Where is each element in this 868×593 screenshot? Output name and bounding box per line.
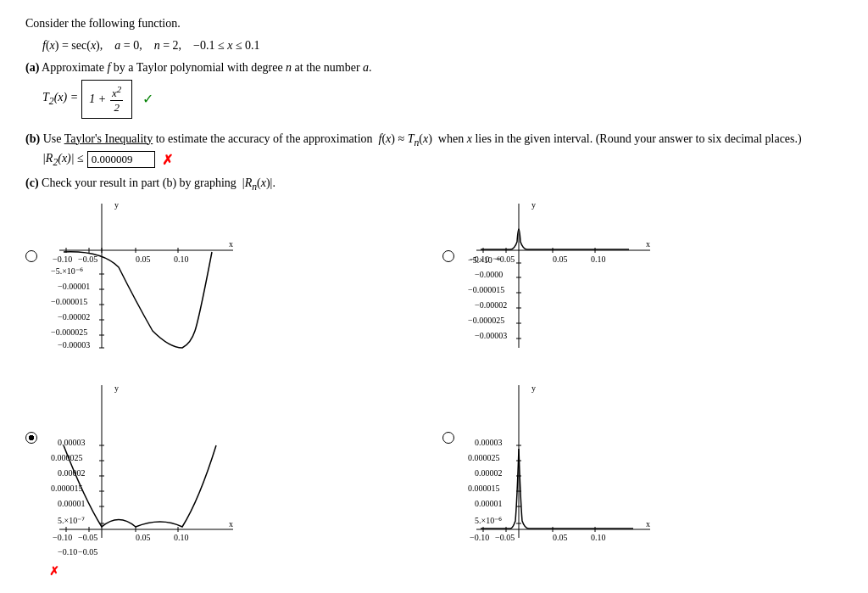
svg-text:−0.05: −0.05: [78, 547, 97, 557]
graph3-red-x[interactable]: ✗: [49, 565, 59, 578]
svg-text:−0.05: −0.05: [495, 533, 515, 542]
graph4-radio[interactable]: [442, 432, 454, 444]
svg-text:−0.00003: −0.00003: [475, 331, 507, 340]
svg-text:−0.000025: −0.000025: [51, 327, 87, 337]
svg-text:−0.05: −0.05: [78, 533, 97, 542]
checkmark-icon: ✓: [142, 91, 153, 107]
svg-text:−0.10: −0.10: [470, 533, 489, 542]
graph4: y x 5.×10⁻⁶ 0.00001 0.000015 0.00002 0.0…: [459, 381, 654, 562]
svg-text:0.10: 0.10: [174, 533, 189, 542]
function-def: f(x) = sec(x), a = 0, n = 2, −0.1 ≤ x ≤ …: [42, 39, 843, 53]
svg-text:0.10: 0.10: [174, 255, 189, 264]
inequality-label: |R2(x)| ≤: [42, 152, 84, 168]
graph1-wrapper: y x −0.10 −0.05 0.05 0.10 −5.×: [25, 199, 426, 372]
svg-text:−0.05: −0.05: [78, 255, 97, 264]
svg-text:−0.00002: −0.00002: [475, 300, 507, 310]
svg-text:−0.00003: −0.00003: [58, 340, 90, 350]
graphs-container: y x −0.10 −0.05 0.05 0.10 −5.×: [25, 199, 843, 579]
svg-text:0.00002: 0.00002: [58, 468, 86, 478]
inequality-answer-input[interactable]: [87, 151, 155, 168]
intro-text: Consider the following function.: [25, 17, 843, 31]
svg-text:−0.00002: −0.00002: [58, 312, 90, 322]
svg-text:0.05: 0.05: [136, 255, 151, 264]
wrong-answer-icon[interactable]: ✗: [162, 152, 173, 168]
svg-text:−0.00001: −0.00001: [58, 282, 90, 291]
svg-text:5.×10⁻⁷: 5.×10⁻⁷: [58, 516, 85, 525]
svg-text:−5.×10⁻⁶: −5.×10⁻⁶: [468, 255, 500, 265]
svg-text:0.05: 0.05: [136, 533, 151, 542]
svg-text:0.05: 0.05: [553, 533, 568, 542]
svg-text:0.00002: 0.00002: [475, 468, 503, 478]
svg-text:−0.10: −0.10: [58, 547, 77, 557]
graph3-radio[interactable]: [25, 432, 37, 444]
svg-text:x: x: [646, 519, 650, 529]
svg-text:y: y: [531, 200, 536, 210]
graph4-wrapper: y x 5.×10⁻⁶ 0.00001 0.000015 0.00002 0.0…: [442, 381, 843, 579]
svg-text:0.00003: 0.00003: [475, 438, 503, 447]
part-c-text: (c) Check your result in part (b) by gra…: [25, 176, 843, 193]
svg-text:0.10: 0.10: [591, 255, 606, 264]
graph3: y x 5.×10⁻⁷ 0.00001 0.000015 0.00002 0.0…: [42, 381, 237, 579]
formula-answer-box: 1 + x2 2: [81, 80, 132, 119]
svg-text:−0.000025: −0.000025: [468, 316, 504, 325]
svg-text:0.00001: 0.00001: [58, 499, 86, 508]
svg-text:−0.10: −0.10: [53, 255, 72, 264]
svg-text:x: x: [229, 519, 233, 529]
svg-text:x: x: [229, 239, 233, 249]
svg-text:y: y: [114, 383, 119, 393]
part-a-text: (a) Approximate f by a Taylor polynomial…: [25, 61, 843, 75]
formula-container: T2(x) = 1 + x2 2 ✓: [42, 80, 153, 119]
graph2: y x −0.10 −0.05 0.05 0.10 −5.×10⁻⁶ −0.00…: [459, 199, 654, 372]
svg-text:0.000015: 0.000015: [51, 484, 83, 493]
svg-text:0.00003: 0.00003: [58, 438, 86, 447]
svg-text:0.10: 0.10: [591, 533, 606, 542]
svg-text:−0.000015: −0.000015: [468, 285, 504, 294]
formula-label: T2(x) =: [42, 91, 78, 107]
svg-text:5.×10⁻⁶: 5.×10⁻⁶: [475, 516, 502, 525]
svg-text:x: x: [646, 239, 650, 249]
graph1: y x −0.10 −0.05 0.05 0.10 −5.×: [42, 199, 237, 372]
graph2-radio[interactable]: [442, 250, 454, 262]
svg-text:−5.×10⁻⁶: −5.×10⁻⁶: [51, 266, 83, 276]
svg-text:−0.0000: −0.0000: [475, 270, 503, 279]
svg-text:−0.10: −0.10: [53, 533, 72, 542]
svg-text:−0.000015: −0.000015: [51, 297, 87, 306]
svg-text:y: y: [114, 200, 119, 210]
svg-text:0.05: 0.05: [553, 255, 568, 264]
svg-text:0.000025: 0.000025: [468, 453, 500, 462]
svg-text:y: y: [531, 383, 536, 393]
svg-text:0.00001: 0.00001: [475, 499, 503, 508]
part-b-text: (b) Use Taylor's Inequality to estimate …: [25, 132, 843, 148]
svg-text:0.000015: 0.000015: [468, 484, 500, 493]
graph2-wrapper: y x −0.10 −0.05 0.05 0.10 −5.×10⁻⁶ −0.00…: [442, 199, 843, 372]
graph3-wrapper: y x 5.×10⁻⁷ 0.00001 0.000015 0.00002 0.0…: [25, 381, 426, 579]
graph1-radio[interactable]: [25, 250, 37, 262]
